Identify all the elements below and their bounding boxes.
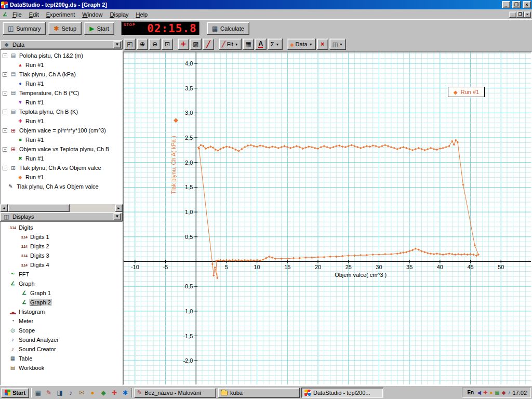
summary-button[interactable]: Summary: [3, 22, 46, 35]
menu-edit[interactable]: Edit: [25, 10, 43, 19]
collapse-icon[interactable]: -: [3, 72, 7, 77]
quicklaunch-icon-3[interactable]: ◨: [55, 388, 64, 397]
menu-experiment[interactable]: Experiment: [43, 10, 79, 19]
quicklaunch-icon-1[interactable]: ▦: [33, 388, 43, 397]
data-item[interactable]: - Objem valce = pi*r*r*y*100 (cm^3): [1, 126, 122, 135]
data-menu-button[interactable]: Data ▼: [287, 38, 316, 50]
display-item[interactable]: Scope: [1, 326, 122, 335]
data-run-item[interactable]: ▼ Run #1: [1, 98, 122, 107]
display-item[interactable]: Sound Creator: [1, 344, 122, 354]
scroll-right-button[interactable]: ►: [115, 204, 123, 212]
selection-tool-button[interactable]: ▨: [190, 38, 202, 50]
close-button[interactable]: ×: [523, 1, 531, 8]
data-item[interactable]: - Temperature, Ch B (°C): [1, 88, 122, 98]
menu-display[interactable]: Display: [107, 10, 132, 19]
display-item[interactable]: Histogram: [1, 307, 122, 316]
scale-to-fit-button[interactable]: ◰: [124, 38, 136, 50]
data-panel-menu-button[interactable]: ▼: [113, 41, 121, 48]
display-item[interactable]: Graph: [1, 279, 122, 288]
display-item[interactable]: Digits 1: [1, 232, 122, 242]
display-item[interactable]: Meter: [1, 316, 122, 326]
setup-button[interactable]: Setup: [48, 22, 82, 35]
tray-icon-3[interactable]: ●: [489, 390, 493, 395]
scroll-left-button[interactable]: ◄: [0, 204, 8, 212]
quicklaunch-icon-5[interactable]: ✉: [77, 388, 86, 397]
data-item[interactable]: Tlak plynu, Ch A vs Objem valce: [1, 182, 122, 191]
data-item[interactable]: - Objem valce vs Teplota plynu, Ch B: [1, 144, 122, 154]
collapse-icon[interactable]: -: [3, 91, 7, 96]
data-run-item[interactable]: ✚ Run #1: [1, 116, 122, 126]
displays-panel-menu-button[interactable]: ▼: [113, 213, 121, 220]
task-button-folder[interactable]: kuba: [218, 388, 300, 398]
clock[interactable]: 17:02: [512, 390, 527, 396]
tray-icon-4[interactable]: ▦: [495, 390, 499, 395]
remove-button[interactable]: ×: [317, 38, 328, 50]
slope-tool-button[interactable]: ╱: [203, 38, 214, 50]
tray-icon-2[interactable]: ✚: [483, 390, 487, 395]
zoom-out-button[interactable]: ⊖: [149, 38, 161, 50]
display-item[interactable]: Digits 4: [1, 260, 122, 270]
displays-panel-header[interactable]: Displays ▼: [0, 212, 123, 221]
display-item[interactable]: Sound Analyzer: [1, 335, 122, 344]
scrollbar-track[interactable]: [8, 204, 115, 212]
start-button[interactable]: Start: [84, 22, 114, 35]
collapse-icon[interactable]: -: [3, 147, 7, 152]
statistics-menu-button[interactable]: Σ ▼: [268, 38, 283, 50]
child-minimize-button[interactable]: _: [509, 11, 516, 18]
smart-tool-button[interactable]: ✛: [178, 38, 189, 50]
data-tree-hscrollbar[interactable]: ◄ ►: [0, 204, 123, 212]
tray-icon-6[interactable]: ♪: [508, 390, 510, 395]
menu-help[interactable]: Help: [132, 10, 152, 19]
display-item[interactable]: Workbook: [1, 363, 122, 373]
zoom-select-button[interactable]: ⊡: [162, 38, 173, 50]
data-run-item[interactable]: ✖ Run #1: [1, 154, 122, 163]
menu-file[interactable]: File: [9, 10, 25, 19]
calculate-button[interactable]: Calculate: [207, 22, 249, 35]
display-item[interactable]: Digits 3: [1, 251, 122, 260]
data-item[interactable]: - Tlak plynu, Ch A (kPa): [1, 70, 122, 79]
data-item[interactable]: - Teplota plynu, Ch B (K): [1, 107, 122, 116]
graph-plot[interactable]: -10-551015202530354045504,03,53,02,52,01…: [124, 52, 531, 384]
scrollbar-thumb[interactable]: [8, 204, 70, 212]
task-button-datastudio[interactable]: DataStudio - tepl200...: [301, 388, 383, 398]
display-item[interactable]: Digits: [1, 223, 122, 232]
menu-window[interactable]: Window: [78, 10, 106, 19]
keyboard-layout-indicator[interactable]: En: [466, 390, 475, 395]
quicklaunch-icon-7[interactable]: ◆: [99, 388, 108, 397]
child-restore-button[interactable]: ❐: [516, 11, 524, 18]
quicklaunch-icon-4[interactable]: ♪: [66, 388, 75, 397]
collapse-icon[interactable]: -: [3, 128, 7, 133]
task-button-paint[interactable]: Bez_názvu - Malování: [134, 388, 216, 398]
graph-settings-menu-button[interactable]: ◫ ▼: [329, 38, 346, 50]
tray-volume-icon[interactable]: ◀: [477, 390, 481, 395]
fit-menu-button[interactable]: Fit ▼: [219, 38, 242, 50]
quicklaunch-icon-2[interactable]: ✎: [44, 388, 54, 397]
quicklaunch-icon-9[interactable]: ✱: [121, 388, 130, 397]
collapse-icon[interactable]: -: [3, 166, 7, 170]
calculator-tool-button[interactable]: ▦: [243, 38, 254, 50]
data-run-item[interactable]: ◆ Run #1: [1, 172, 122, 182]
y-axis-title[interactable]: Tlak plynu, Ch A( kPa ): [171, 136, 177, 194]
data-run-item[interactable]: ● Run #1: [1, 79, 122, 88]
restore-button[interactable]: ❐: [512, 1, 521, 8]
legend[interactable]: ◆ Run #1: [448, 87, 485, 97]
quicklaunch-icon-6[interactable]: ●: [88, 388, 97, 397]
data-item[interactable]: - Tlak plynu, Ch A vs Objem valce: [1, 163, 122, 172]
tray-icon-5[interactable]: ◆: [502, 390, 506, 395]
data-item[interactable]: - Poloha pistu, Ch 1&2 (m): [1, 51, 122, 60]
display-item-selected[interactable]: Graph 2: [1, 298, 122, 307]
zoom-in-button[interactable]: ⊕: [137, 38, 148, 50]
x-axis-title[interactable]: Objem valce( cm^3 ): [335, 272, 387, 278]
quicklaunch-icon-8[interactable]: ✚: [110, 388, 119, 397]
start-menu-button[interactable]: Start: [1, 388, 29, 398]
minimize-button[interactable]: _: [502, 1, 510, 8]
child-close-button[interactable]: ×: [524, 11, 531, 18]
text-tool-button[interactable]: A: [255, 38, 267, 50]
data-run-item[interactable]: ▲ Run #1: [1, 60, 122, 70]
display-item[interactable]: Graph 1: [1, 288, 122, 298]
display-item[interactable]: Table: [1, 354, 122, 363]
display-item[interactable]: Digits 2: [1, 242, 122, 251]
data-panel-header[interactable]: Data ▼: [0, 40, 123, 49]
data-run-item[interactable]: ■ Run #1: [1, 135, 122, 144]
collapse-icon[interactable]: -: [3, 110, 7, 114]
